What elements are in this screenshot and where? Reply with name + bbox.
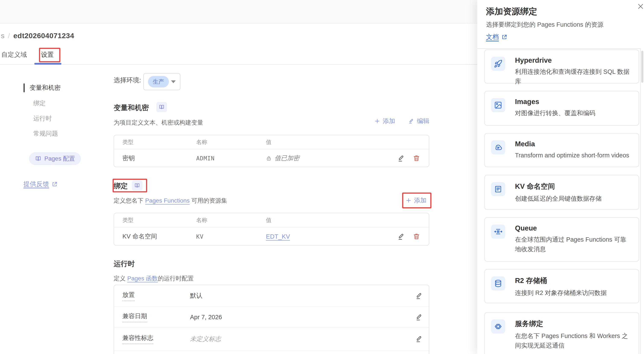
- tab-settings[interactable]: 设置: [41, 50, 54, 59]
- resource-title: 服务绑定: [515, 319, 632, 328]
- resource-card-r2-bucket[interactable]: R2 存储桶 连接到 R2 对象存储桶来访问数据: [484, 269, 639, 303]
- resource-card-media[interactable]: Media Transform and optimize short-form …: [484, 133, 639, 167]
- panel-subtitle: 选择要绑定到您的 Pages Functions 的资源: [486, 20, 604, 29]
- delete-variable-row-button[interactable]: [413, 149, 420, 167]
- bindings-description-suffix: 可用的资源集: [190, 197, 227, 204]
- tab-custom-domains[interactable]: 自定义域: [1, 50, 27, 59]
- resource-title: KV 命名空间: [515, 182, 602, 191]
- column-header-value: 值: [266, 213, 272, 227]
- panel-title: 添加资源绑定: [486, 6, 537, 17]
- edit-variables-button[interactable]: 编辑: [408, 117, 429, 126]
- service-binding-icon: [491, 320, 505, 334]
- pages-config-label: Pages 配置: [44, 154, 75, 163]
- column-header-name: 名称: [196, 135, 207, 149]
- close-icon[interactable]: [636, 2, 644, 11]
- resource-description: 对图像进行转换、覆盖和编码: [515, 108, 596, 118]
- edit-compat-flags-button[interactable]: [415, 328, 423, 350]
- sidebar-item-general-questions[interactable]: 常规问题: [33, 130, 58, 138]
- active-tab-underline: [34, 63, 62, 64]
- binding-type-cell: KV 命名空间: [122, 227, 157, 246]
- pages-functions-runtime-link[interactable]: Pages 函数: [127, 275, 158, 282]
- panel-scrollbar-thumb[interactable]: [641, 51, 643, 83]
- rocket-icon: [491, 57, 505, 71]
- resource-title: Images: [515, 98, 596, 106]
- feedback-link[interactable]: 提供反馈: [24, 180, 58, 188]
- runtime-row-compat-date: 兼容日期 Apr 7, 2026: [114, 307, 429, 327]
- image-icon: [491, 98, 505, 112]
- feedback-label: 提供反馈: [24, 180, 49, 188]
- bindings-section-description: 定义您名下 Pages Functions 可用的资源集: [114, 196, 227, 205]
- sidebar-active-indicator: [24, 84, 25, 92]
- runtime-row-placement: 放置 默认: [114, 285, 429, 306]
- page-root: s / edt202604071234 自定义域 设置 变量和机密 绑定 运行时…: [0, 0, 644, 354]
- column-header-type: 类型: [122, 135, 134, 149]
- variables-doc-badge[interactable]: [156, 102, 167, 112]
- edit-binding-row-button[interactable]: [397, 227, 405, 246]
- variable-type-cell: 密钥: [122, 149, 135, 167]
- variables-section-title: 变量和机密: [114, 103, 149, 112]
- plus-icon: [374, 118, 380, 124]
- runtime-table: 放置 默认 兼容日期 Apr 7, 2026 兼容性标志 未定义标志: [114, 285, 429, 354]
- panel-docs-link[interactable]: 文档: [486, 33, 507, 41]
- external-link-icon: [501, 34, 507, 40]
- pages-config-pill[interactable]: Pages 配置: [29, 152, 81, 165]
- binding-value-link[interactable]: EDT_KV: [266, 233, 290, 240]
- panel-scrollbar-track: [640, 48, 640, 354]
- edit-placement-button[interactable]: [415, 285, 423, 306]
- resource-description: 在全球范围内通过 Pages Functions 可靠地收发消息: [515, 235, 632, 254]
- runtime-placement-label: 放置: [122, 291, 135, 301]
- column-header-value: 值: [266, 135, 272, 149]
- encrypted-value-label: 值已加密: [275, 154, 300, 162]
- resource-card-queue[interactable]: Queue 在全球范围内通过 Pages Functions 可靠地收发消息: [484, 217, 639, 262]
- column-header-name: 名称: [196, 213, 207, 227]
- edit-compat-date-button[interactable]: [415, 307, 423, 327]
- media-play-icon: [491, 140, 505, 154]
- variables-table-header: 类型 名称 值: [114, 135, 429, 149]
- resource-title: Queue: [515, 224, 632, 232]
- bindings-table-header: 类型 名称 值: [114, 213, 429, 227]
- runtime-compat-date-label: 兼容日期: [122, 312, 147, 322]
- add-resource-binding-panel: 添加资源绑定 选择要绑定到您的 Pages Functions 的资源 文档 H…: [477, 0, 644, 354]
- resource-description: 创建低延迟的全局键值数据存储: [515, 194, 602, 204]
- panel-docs-label: 文档: [486, 33, 499, 41]
- runtime-section-description: 定义 Pages 函数的运行时配置: [114, 274, 194, 282]
- lock-icon: [266, 156, 272, 161]
- resource-card-kv-namespace[interactable]: KV 命名空间 创建低延迟的全局键值数据存储: [484, 175, 639, 210]
- resource-description: 在您名下 Pages Functions 和 Workers 之间实现无延迟通信: [515, 331, 632, 350]
- runtime-description-prefix: 定义: [114, 275, 127, 282]
- environment-select-label: 选择环境:: [114, 76, 141, 85]
- runtime-placement-value: 默认: [190, 285, 202, 306]
- edit-variable-row-button[interactable]: [397, 149, 405, 167]
- resource-description: 连接到 R2 对象存储桶来访问数据: [515, 288, 607, 298]
- kv-list-icon: [491, 182, 505, 196]
- environment-selected-pill: 生产: [148, 76, 169, 88]
- sidebar-item-bindings[interactable]: 绑定: [33, 99, 46, 108]
- chevron-down-icon: [171, 80, 176, 83]
- book-icon: [134, 182, 140, 188]
- runtime-compat-flags-value: 未定义标志: [190, 328, 221, 350]
- variables-table: 类型 名称 值 密钥 ADMIN 值已加密: [114, 135, 429, 167]
- resource-card-service-binding[interactable]: 服务绑定 在您名下 Pages Functions 和 Workers 之间实现…: [484, 312, 639, 354]
- delete-binding-row-button[interactable]: [413, 227, 420, 246]
- plus-icon: [406, 198, 412, 204]
- bindings-doc-badge[interactable]: [132, 180, 142, 191]
- queue-icon: [491, 224, 505, 239]
- add-variable-button[interactable]: 添加: [374, 117, 395, 126]
- sidebar-item-runtime[interactable]: 运行时: [33, 114, 52, 123]
- pages-functions-link[interactable]: Pages Functions: [145, 197, 190, 204]
- runtime-compat-flags-label: 兼容性标志: [122, 334, 153, 344]
- breadcrumb-prefix-link[interactable]: s: [1, 32, 4, 40]
- variable-value-cell: 值已加密: [266, 149, 300, 167]
- sidebar-item-variables-secrets[interactable]: 变量和机密: [30, 84, 60, 92]
- resource-card-images[interactable]: Images 对图像进行转换、覆盖和编码: [484, 91, 639, 126]
- variables-actions: 添加 编辑: [367, 117, 429, 126]
- resource-title: R2 存储桶: [515, 276, 607, 286]
- add-binding-label: 添加: [414, 196, 426, 205]
- resource-card-hyperdrive[interactable]: Hyperdrive 利用连接池化和查询缓存连接到 SQL 数据库: [484, 50, 639, 84]
- resource-title: Hyperdrive: [515, 56, 632, 64]
- resource-title: Media: [515, 140, 629, 148]
- breadcrumb-project-name: edt202604071234: [13, 32, 74, 40]
- environment-select[interactable]: 生产: [143, 73, 180, 90]
- add-binding-button[interactable]: 添加: [406, 196, 426, 205]
- bindings-table: 类型 名称 值 KV 命名空间 KV EDT_KV: [114, 213, 429, 246]
